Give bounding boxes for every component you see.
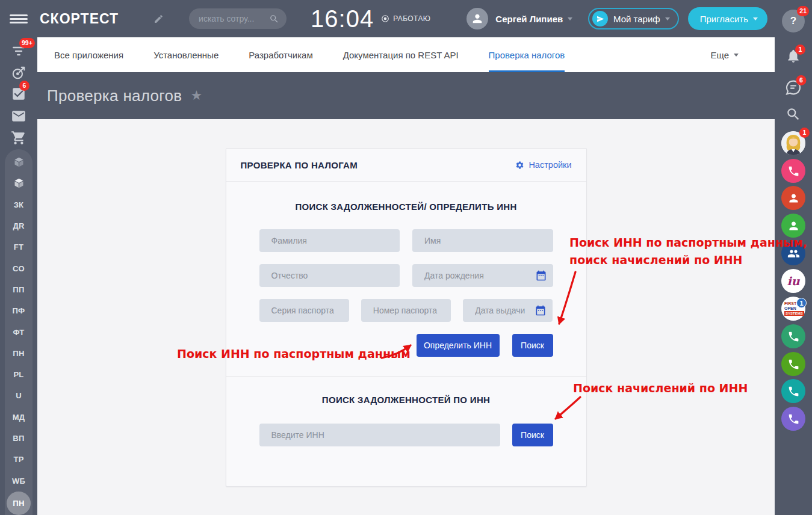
fos-line1: FIRST xyxy=(784,301,796,306)
issue-date-field-wrap xyxy=(463,299,553,322)
detect-inn-button[interactable]: Определить ИНН xyxy=(417,334,500,357)
tab-all-apps[interactable]: Все приложения xyxy=(54,37,123,72)
inn-search-button[interactable]: Поиск xyxy=(512,424,553,446)
middle-name-field[interactable] xyxy=(259,264,400,287)
section1-title: ПОИСК ЗАДОЛЖЕННОСТЕЙ/ ОПРЕДЕЛИТЬ ИНН xyxy=(259,202,553,212)
edit-logo-pencil-icon[interactable] xyxy=(153,14,164,24)
record-dot-icon xyxy=(381,14,389,23)
page-title-band: Проверка налогов ★ xyxy=(37,72,775,119)
user-avatar[interactable] xyxy=(466,8,488,29)
app-shortcut[interactable]: ФТ xyxy=(7,321,31,342)
passport-series-field[interactable] xyxy=(259,299,349,322)
app-shortcut[interactable]: U xyxy=(7,385,31,406)
app-cube-icon[interactable] xyxy=(7,173,31,194)
phone-app-purple-icon[interactable] xyxy=(781,407,805,431)
contact-app-green-icon[interactable] xyxy=(781,214,805,238)
app-shortcut[interactable]: СО xyxy=(7,258,31,279)
my-tariff-button[interactable]: Мой тариф xyxy=(588,8,679,29)
phone-app-teal-icon[interactable] xyxy=(781,379,805,403)
chevron-down-icon xyxy=(568,17,572,20)
search-icon xyxy=(269,14,279,24)
passport-number-field-wrap xyxy=(361,299,451,322)
chevron-down-icon xyxy=(665,17,670,20)
app-shortcut[interactable]: ПН xyxy=(7,343,31,364)
hamburger-menu-icon[interactable] xyxy=(10,14,28,24)
main-area: Все приложения Установленные Разработчик… xyxy=(37,37,775,515)
invite-button[interactable]: Пригласить xyxy=(688,7,767,30)
issue-date-field[interactable] xyxy=(463,299,553,322)
inn-field-wrap xyxy=(259,424,500,446)
chevron-down-icon xyxy=(753,17,758,20)
tab-tax-check[interactable]: Проверка налогов xyxy=(489,37,565,72)
inn-search-section: ПОИСК ЗАДОЛЖЕННОСТЕЙ ПО ИНН Поиск xyxy=(226,376,586,446)
app-cube-icon[interactable] xyxy=(7,152,31,173)
app-shortcut[interactable]: ПП xyxy=(7,279,31,300)
passport-number-field[interactable] xyxy=(361,299,451,322)
phone-app-pink-icon[interactable] xyxy=(781,159,805,183)
left-sidebar: 99+ 6 ЗК ДR FT СО ПП ПФ ФТ ПН PL U МД ВП… xyxy=(0,0,37,515)
app-shortcut[interactable]: WБ xyxy=(7,470,31,491)
search-icon[interactable] xyxy=(786,106,801,122)
right-sidebar: ? 21 1 6 1 iu FIRST OPEN SYSTEMS 1 xyxy=(775,0,812,515)
fos-one: 1 xyxy=(796,298,807,308)
passport-search-button[interactable]: Поиск xyxy=(512,334,553,357)
crm-target-icon[interactable] xyxy=(11,65,26,81)
app-shortcut[interactable]: ТР xyxy=(7,449,31,470)
notifications-bell-icon[interactable]: 1 xyxy=(786,48,801,64)
birth-date-field-wrap xyxy=(412,264,553,287)
page-title: Проверка налогов xyxy=(47,87,182,105)
mail-icon[interactable] xyxy=(11,108,26,124)
card-title: ПРОВЕРКА ПО НАЛОГАМ xyxy=(241,160,358,170)
tariff-label: Мой тариф xyxy=(613,14,660,24)
top-bar: СКОРТЕСТ 16:04 РАБОТАЮ Сергей Липиев Мой… xyxy=(37,0,775,37)
live-feed-icon[interactable]: 99+ xyxy=(11,43,26,59)
tab-installed[interactable]: Установленные xyxy=(153,37,218,72)
tab-more[interactable]: Еще xyxy=(710,37,739,72)
search-input[interactable] xyxy=(199,14,269,23)
app-shortcut[interactable]: ЗК xyxy=(7,194,31,215)
group-chat-app-icon[interactable] xyxy=(781,241,805,265)
shop-cart-icon[interactable] xyxy=(11,130,26,146)
contact-app-red-icon[interactable] xyxy=(781,186,805,210)
work-status[interactable]: РАБОТАЮ xyxy=(381,14,430,23)
inn-field[interactable] xyxy=(259,424,500,446)
chat-badge: 6 xyxy=(796,75,807,85)
passport-series-field-wrap xyxy=(259,299,349,322)
iu-logo-icon[interactable]: iu xyxy=(781,269,805,293)
app-shortcut[interactable]: ВП xyxy=(7,428,31,449)
favorite-star-icon[interactable]: ★ xyxy=(190,88,202,103)
work-clock: 16:04 xyxy=(311,5,374,32)
section2-title: ПОИСК ЗАДОЛЖЕННОСТЕЙ ПО ИНН xyxy=(259,395,553,405)
tab-rest-api-docs[interactable]: Документация по REST API xyxy=(343,37,459,72)
app-shortcut[interactable]: ПФ xyxy=(7,300,31,321)
fos-line2: OPEN xyxy=(784,306,796,311)
feed-badge: 99+ xyxy=(19,38,35,48)
app-shortcut-active[interactable]: ПН xyxy=(7,492,31,515)
first-open-systems-logo-icon[interactable]: FIRST OPEN SYSTEMS 1 xyxy=(781,297,805,321)
app-shortcut[interactable]: ДR xyxy=(7,215,31,236)
settings-link[interactable]: Настройки xyxy=(515,160,571,170)
chat-icon[interactable]: 6 xyxy=(785,79,802,96)
last-name-field-wrap xyxy=(259,229,400,252)
tasks-icon[interactable]: 6 xyxy=(11,86,26,102)
more-label: Еще xyxy=(710,50,729,60)
last-name-field[interactable] xyxy=(259,229,400,252)
card-header: ПРОВЕРКА ПО НАЛОГАМ Настройки xyxy=(226,149,586,182)
rocket-icon xyxy=(592,11,608,26)
user-menu[interactable]: Сергей Липиев xyxy=(466,8,572,29)
app-shortcut[interactable]: МД xyxy=(7,407,31,428)
contact-avatar[interactable]: 1 xyxy=(781,131,805,158)
middle-name-field-wrap xyxy=(259,264,400,287)
app-shortcut[interactable]: PL xyxy=(7,364,31,385)
first-name-field-wrap xyxy=(412,229,553,252)
employee-search[interactable] xyxy=(189,8,287,29)
app-shortcut[interactable]: FT xyxy=(7,236,31,258)
content-area: ПРОВЕРКА ПО НАЛОГАМ Настройки ПОИСК ЗАДО… xyxy=(37,119,775,515)
birth-date-field[interactable] xyxy=(412,264,553,287)
first-name-field[interactable] xyxy=(412,229,553,252)
phone-app-seagreen-icon[interactable] xyxy=(781,324,805,348)
tab-developers[interactable]: Разработчикам xyxy=(249,37,312,72)
phone-app-green-icon[interactable] xyxy=(781,352,805,376)
app-tabs-bar: Все приложения Установленные Разработчик… xyxy=(37,37,775,72)
help-button[interactable]: ? 21 xyxy=(782,10,805,32)
